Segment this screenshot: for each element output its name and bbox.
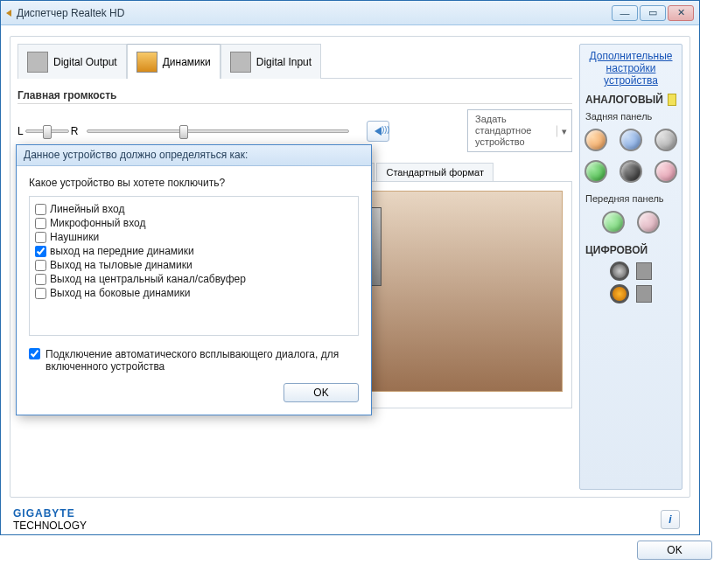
option-headphones[interactable]: Наушники <box>35 230 353 244</box>
front-panel-label: Передняя панель <box>585 193 676 204</box>
dialog-title: Данное устройство должно определяться ка… <box>17 145 371 166</box>
sound-icon <box>374 127 382 136</box>
footer: GIGABYTE TECHNOLOGY i <box>1 505 699 534</box>
checkbox[interactable] <box>35 232 46 243</box>
right-panel: Дополнительные настройки устройства АНАЛ… <box>579 44 682 490</box>
tab-label: Digital Input <box>256 56 312 68</box>
left-label: L <box>18 125 24 137</box>
jack-front-green[interactable] <box>602 211 625 234</box>
optical-on[interactable] <box>610 284 629 303</box>
main-ok-button[interactable]: OK <box>637 541 712 560</box>
maximize-button[interactable]: ▭ <box>640 5 666 21</box>
tab-digital-output[interactable]: Digital Output <box>18 44 127 79</box>
dialog-body: Какое устройство вы хотете поключить? Ли… <box>17 166 371 415</box>
jack-black[interactable] <box>620 160 642 183</box>
option-side-speakers[interactable]: Выход на боковые динамики <box>35 286 353 300</box>
digital-row-2 <box>584 284 678 303</box>
device-tabs: Digital Output Динамики Digital Input <box>18 44 572 79</box>
dialog-question: Какое устройство вы хотете поключить? <box>29 177 359 189</box>
checkbox[interactable] <box>35 288 46 299</box>
auto-popup-row[interactable]: Подключение автоматического всплывающего… <box>29 348 359 373</box>
tab-label: Динамики <box>163 56 211 68</box>
balance-control[interactable]: L R <box>18 125 78 137</box>
main-ok-wrap: OK <box>637 541 712 560</box>
option-center-sub[interactable]: Выход на центральный канал/сабвуфер <box>35 272 353 286</box>
minimize-button[interactable]: — <box>612 5 638 21</box>
rear-jacks <box>584 129 678 183</box>
window-title: Диспетчер Realtek HD <box>17 7 124 19</box>
option-line-in[interactable]: Линейный вход <box>35 202 353 216</box>
info-button[interactable]: i <box>661 510 680 529</box>
checkbox[interactable] <box>35 204 46 215</box>
checkbox[interactable] <box>35 218 46 229</box>
analog-title: АНАЛОГОВЫЙ <box>585 94 676 106</box>
pin-icon <box>668 94 676 106</box>
default-device-dropdown[interactable]: Задать стандартное устройство <box>467 109 572 152</box>
subtab-standard-format[interactable]: Стандартный формат <box>376 163 493 181</box>
jack-blue[interactable] <box>620 129 642 151</box>
right-label: R <box>71 125 79 137</box>
device-icon <box>27 52 48 73</box>
volume-title: Главная громкость <box>18 89 572 104</box>
speaker-icon <box>6 8 17 18</box>
dialog-ok-button[interactable]: OK <box>284 383 359 402</box>
checkbox[interactable] <box>35 274 46 285</box>
mute-button[interactable] <box>367 121 389 142</box>
option-mic-in[interactable]: Микрофонный вход <box>35 216 353 230</box>
speakers-icon <box>136 52 158 73</box>
options-list: Линейный вход Микрофонный вход Наушники … <box>29 196 359 336</box>
auto-popup-checkbox[interactable] <box>29 348 40 359</box>
balance-slider[interactable] <box>25 129 69 133</box>
optical-off[interactable] <box>610 262 629 281</box>
shield-icon[interactable] <box>636 262 652 280</box>
device-icon <box>230 52 251 73</box>
option-rear-speakers[interactable]: Выход на тыловые динамики <box>35 258 353 272</box>
tab-label: Digital Output <box>53 56 117 68</box>
tab-digital-input[interactable]: Digital Input <box>220 44 321 79</box>
digital-title: ЦИФРОВОЙ <box>585 244 676 256</box>
auto-popup-label: Подключение автоматического всплывающего… <box>46 348 359 373</box>
volume-section: Главная громкость L R Задать стандартное… <box>18 89 572 152</box>
checkbox[interactable] <box>35 246 46 257</box>
checkbox[interactable] <box>35 260 46 271</box>
brand-name: GIGABYTE <box>13 507 87 520</box>
brand-sub: TECHNOLOGY <box>13 520 87 532</box>
shield-icon[interactable] <box>636 285 652 303</box>
jack-pink[interactable] <box>654 160 677 183</box>
digital-row-1 <box>584 262 678 281</box>
jack-front-pink[interactable] <box>637 211 660 234</box>
jack-orange[interactable] <box>584 129 607 151</box>
device-type-dialog: Данное устройство должно определяться ка… <box>16 144 372 415</box>
front-jacks <box>584 211 678 234</box>
titlebar: Диспетчер Realtek HD — ▭ ✕ <box>1 1 699 25</box>
jack-green[interactable] <box>584 160 607 183</box>
tab-speakers[interactable]: Динамики <box>127 44 220 79</box>
close-button[interactable]: ✕ <box>668 5 694 21</box>
option-front-speakers[interactable]: выход на передние динамики <box>35 244 353 258</box>
rear-panel-label: Задняя панель <box>585 111 676 122</box>
jack-grey[interactable] <box>654 129 677 151</box>
advanced-settings-link[interactable]: Дополнительные настройки устройства <box>584 50 678 87</box>
brand-logo: GIGABYTE TECHNOLOGY <box>13 507 87 532</box>
volume-slider[interactable] <box>87 129 349 133</box>
dialog-buttons: OK <box>29 383 359 402</box>
